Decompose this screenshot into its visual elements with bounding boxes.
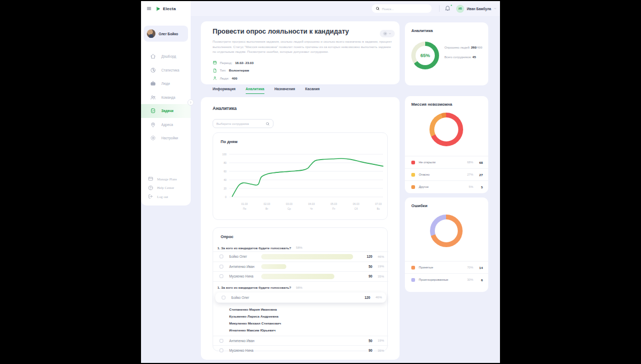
sidebar-item-location[interactable]: Адреса xyxy=(141,118,191,132)
tab-информация[interactable]: Информация xyxy=(213,87,236,94)
sidebar-footer-help[interactable]: Help Center xyxy=(141,184,191,193)
notification-dot xyxy=(450,4,452,6)
checkbox[interactable] xyxy=(220,339,223,343)
sidebar-collapse-handle[interactable] xyxy=(187,99,194,106)
sidebar-footer-label: Log out xyxy=(157,195,168,199)
survey-option-row[interactable]: Бойко Олег12046% xyxy=(213,251,388,262)
svg-text:Пт: Пт xyxy=(332,208,335,210)
sidebar-footer-logout[interactable]: Log out xyxy=(141,192,191,201)
tabs: ИнформацияАналитикаНазначенияКасания xyxy=(201,87,400,97)
errors-heading: Ошибки xyxy=(411,203,427,208)
sidebar-item-stats[interactable]: Статистика xyxy=(141,64,191,77)
checkbox[interactable] xyxy=(220,349,223,352)
legend-label: Принятые xyxy=(419,266,433,269)
expanded-option-card[interactable]: Бойко Олег12046% xyxy=(215,292,386,303)
option-value: 90 xyxy=(369,274,372,278)
voter-name[interactable]: Кузьменко Лариса Андреевна xyxy=(229,313,388,320)
task-field-2: Люди:400 xyxy=(213,74,254,82)
survey-option-row[interactable]: Мусиенко Нина9035% xyxy=(213,271,388,281)
legend-value: 5 xyxy=(481,185,483,189)
sidebar-item-team[interactable]: Команда xyxy=(141,91,191,105)
sidebar-item-label: ДэшБорд xyxy=(161,54,176,58)
chart-title: По дням xyxy=(221,139,238,144)
brand-row: Electa xyxy=(141,1,191,16)
sidebar-item-tasks[interactable]: Задачи xyxy=(141,104,191,118)
mission-legend: Не открыли68%68Опасно27%27Другое5%5 xyxy=(405,156,488,193)
legend-row: Принятые70%14 xyxy=(405,261,488,273)
option-value: 50 xyxy=(369,265,372,268)
sidebar-item-label: Задачи xyxy=(161,109,174,113)
analytics-summary-card: Аналитика 65% Опрошено людей: 260/400Все… xyxy=(405,22,488,85)
svg-text:40: 40 xyxy=(224,179,227,181)
survey-option-row[interactable]: Антипенко Иван5019% xyxy=(213,336,388,346)
sidebar-footer-plans[interactable]: Manage Plans xyxy=(141,175,191,184)
calendar-icon xyxy=(213,60,217,65)
page-title: Провести опрос лояльности к кандидату xyxy=(213,28,349,35)
option-percent: 19% xyxy=(378,339,384,342)
tab-аналитика[interactable]: Аналитика xyxy=(246,87,264,94)
svg-text:0: 0 xyxy=(225,196,226,199)
legend-label: Проигнорированные xyxy=(419,278,448,281)
summary-stat: Всего сотрудников: 45 xyxy=(444,56,482,65)
employee-search xyxy=(213,119,273,128)
survey-option-row[interactable]: Антипенко Иван5019% xyxy=(213,262,388,272)
svg-text:60: 60 xyxy=(224,170,227,173)
progress-donut-label: 65% xyxy=(411,42,439,69)
checkbox[interactable] xyxy=(220,255,223,258)
survey-option-row[interactable]: Мусиенко Нина9035% xyxy=(213,345,388,355)
notifications-button[interactable] xyxy=(444,5,452,12)
brand: Electa xyxy=(155,6,176,12)
user-menu[interactable]: ИБ Иван Бамбула xyxy=(456,3,497,14)
svg-text:80: 80 xyxy=(224,162,227,164)
svg-text:Пн: Пн xyxy=(243,208,246,210)
survey-question: 1. За кого из кандидатов будете голосова… xyxy=(213,284,388,291)
field-label: Тип: xyxy=(220,68,226,72)
sidebar-item-home[interactable]: ДэшБорд xyxy=(141,50,191,64)
task-settings-button[interactable] xyxy=(380,30,395,37)
checkbox[interactable] xyxy=(220,265,223,268)
voter-name[interactable]: Микуленко Михаил Степанович xyxy=(229,320,388,327)
sidebar-item-briefcase[interactable]: Люди xyxy=(141,77,191,91)
summary-stat: Опрошено людей: 260/400 xyxy=(444,46,482,56)
by-days-line-chart: 02040608010001.03Пн02.03Вт03.03Ср04.03Чт… xyxy=(213,150,388,217)
tab-назначения[interactable]: Назначения xyxy=(275,87,295,94)
home-icon xyxy=(150,53,156,59)
analytics-summary-stats: Опрошено людей: 260/400Всего сотрудников… xyxy=(444,46,482,65)
sidebar-item-gear[interactable]: Настройки xyxy=(141,131,191,145)
voter-name[interactable]: Степаненко Мария Ивановна xyxy=(229,306,388,313)
svg-text:01.03: 01.03 xyxy=(241,203,248,205)
survey-question: 1. За кого из кандидатов будете голосова… xyxy=(213,244,388,251)
field-label: Люди: xyxy=(220,76,229,80)
legend-value: 6 xyxy=(481,278,483,282)
task-fields: Период:18.02- 23.03Тип:ВолонтерамЛюди:40… xyxy=(213,59,254,82)
sidebar-item-label: Адреса xyxy=(161,123,173,126)
search-icon xyxy=(265,122,270,126)
task-header-card: Провести опрос лояльности к кандидату По… xyxy=(201,21,400,84)
legend-percent: 70% xyxy=(467,266,473,269)
option-percent: 19% xyxy=(378,265,384,268)
analytics-summary-heading: Аналитика xyxy=(411,28,433,33)
sidebar-footer: Manage PlansHelp CenterLog out xyxy=(141,175,191,201)
voters-list: Степаненко Мария ИвановнаКузьменко Ларис… xyxy=(213,303,388,336)
stat-value: 260 xyxy=(471,46,476,49)
errors-donut xyxy=(430,215,463,247)
employee-search-input[interactable] xyxy=(216,122,265,125)
checkbox[interactable] xyxy=(222,296,225,299)
survey-option-row[interactable]: Бойко Олег12046% xyxy=(215,292,386,303)
tab-касания[interactable]: Касания xyxy=(305,87,319,94)
topbar: Поиск... ИБ Иван Бамбула xyxy=(141,1,500,16)
svg-text:06.03: 06.03 xyxy=(353,203,359,205)
hamburger-icon[interactable] xyxy=(146,6,152,11)
checkbox[interactable] xyxy=(220,274,223,278)
legend-row: Другое5%5 xyxy=(405,180,488,193)
option-value: 120 xyxy=(364,296,370,299)
voter-name[interactable]: Игнатенко Максим Юрьевич xyxy=(229,327,388,334)
question-progress: 58% xyxy=(296,246,302,249)
sidebar-profile[interactable]: Олег Бойко xyxy=(144,26,188,42)
chevron-right-icon xyxy=(189,101,192,104)
mission-impossible-heading: Миссия невозможна xyxy=(411,102,452,107)
by-days-chart-card: По дням 02040608010001.03Пн02.03Вт03.03С… xyxy=(213,132,388,220)
global-search[interactable]: Поиск... xyxy=(372,4,432,13)
question-progress: 98% xyxy=(296,286,302,289)
electa-logo-icon xyxy=(155,6,161,12)
